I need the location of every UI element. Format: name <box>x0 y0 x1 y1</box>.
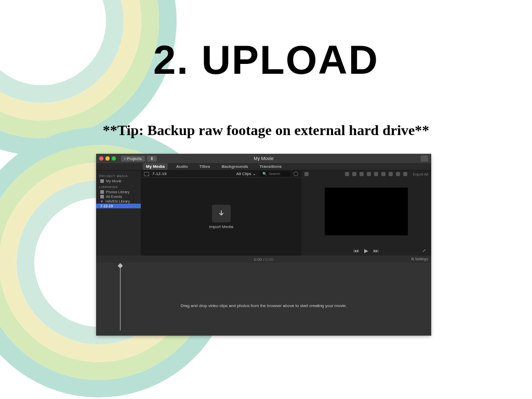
import-media-button[interactable] <box>212 205 231 222</box>
star-icon <box>100 195 104 198</box>
sidebar-section-libraries: LIBRARIES <box>99 185 138 189</box>
photos-icon <box>100 190 104 194</box>
playhead-time: 0:00 <box>254 257 262 262</box>
speed-icon[interactable] <box>396 172 400 176</box>
media-browser: 7-12-19 All Clips ⌄ 🔍 Search Import Medi… <box>141 170 301 256</box>
sidebar-item-haven[interactable]: ▼HAVEN Library <box>99 199 138 204</box>
search-input[interactable]: 🔍 Search <box>259 171 290 177</box>
sidebar-item-event-71219[interactable]: 7-12-19 <box>96 204 141 208</box>
slide-tip: **Tip: Backup raw footage on external ha… <box>0 122 532 139</box>
enhance-icon[interactable] <box>345 172 349 176</box>
volume-icon[interactable] <box>381 172 385 176</box>
back-projects-button[interactable]: ‹ Projects <box>121 156 145 162</box>
preview-screen <box>325 188 408 235</box>
titlebar: ‹ Projects ⬇ My Movie <box>96 154 431 163</box>
clapper-icon <box>100 179 104 183</box>
timeline-settings-button[interactable]: ⚙ Settings <box>411 257 428 261</box>
export-all-label[interactable]: Export All <box>413 172 428 176</box>
sidebar-item-photos[interactable]: Photos Library <box>99 190 138 194</box>
play-button[interactable]: ▶ <box>364 248 368 254</box>
sidebar-item-mymovie[interactable]: My Movie <box>99 179 138 183</box>
playhead[interactable] <box>120 266 121 330</box>
sidebar-section-project: PROJECT MEDIA <box>99 175 138 178</box>
library-sidebar: PROJECT MEDIA My Movie LIBRARIES Photos … <box>96 170 141 256</box>
noise-icon[interactable] <box>389 172 393 176</box>
prev-frame-button[interactable]: ⏮ <box>354 248 359 254</box>
tab-audio[interactable]: Audio <box>173 163 191 170</box>
media-tabs: My Media Audio Titles Backgrounds Transi… <box>96 163 431 170</box>
total-time: 0:00 <box>265 257 274 262</box>
info-icon[interactable] <box>403 172 407 176</box>
stabilize-icon[interactable] <box>374 172 378 176</box>
import-media-label: Import Media <box>209 224 233 229</box>
timeline-dropzone-hint: Drag and drop video clips and photos fro… <box>96 303 431 308</box>
fullscreen-icon[interactable]: ⤢ <box>422 248 426 253</box>
playback-controls: ⏮ ▶ ⏭ ⤢ <box>301 245 431 256</box>
sidebar-item-allevents[interactable]: All Events <box>99 194 138 199</box>
viewer-toolbar: Export All <box>301 170 431 178</box>
timeline-header: 0:00 / 0:00 ⚙ Settings <box>96 256 431 263</box>
share-button[interactable] <box>421 155 428 162</box>
clips-filter[interactable]: All Clips ⌄ <box>236 171 256 176</box>
crop-icon[interactable] <box>367 172 371 176</box>
browser-settings-icon[interactable] <box>294 171 298 176</box>
timeline[interactable]: Drag and drop video clips and photos fro… <box>96 263 431 336</box>
tab-backgrounds[interactable]: Backgrounds <box>218 163 251 170</box>
tab-transitions[interactable]: Transitions <box>257 163 285 170</box>
filmstrip-toggle[interactable] <box>144 172 149 176</box>
imovie-window: ‹ Projects ⬇ My Movie My Media Audio Tit… <box>96 154 431 336</box>
slide-title: 2. UPLOAD <box>0 36 532 84</box>
browser-event-date: 7-12-19 <box>152 171 167 176</box>
download-arrow-icon <box>217 209 226 218</box>
preview-viewer: Export All ⏮ ▶ ⏭ ⤢ <box>301 170 431 256</box>
tab-my-media[interactable]: My Media <box>143 163 168 170</box>
pointer-icon[interactable] <box>304 172 309 176</box>
import-button[interactable]: ⬇ <box>147 156 157 162</box>
color-correct-icon[interactable] <box>360 172 364 176</box>
color-balance-icon[interactable] <box>352 172 356 176</box>
tab-titles[interactable]: Titles <box>196 163 214 170</box>
next-frame-button[interactable]: ⏭ <box>374 248 379 254</box>
